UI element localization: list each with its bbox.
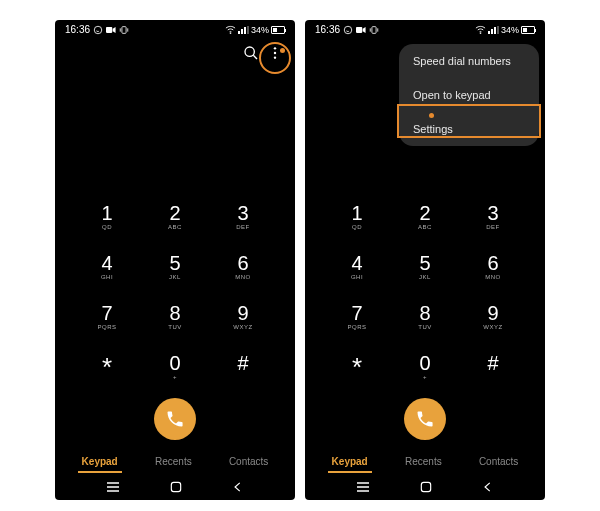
svg-point-3 xyxy=(230,33,231,34)
search-icon[interactable] xyxy=(243,45,259,61)
key-7[interactable]: 7PQRS xyxy=(323,296,391,340)
tab-keypad[interactable]: Keypad xyxy=(78,452,122,473)
dialed-number-area xyxy=(55,66,295,196)
bottom-tabs: Keypad Recents Contacts xyxy=(55,446,295,477)
svg-point-7 xyxy=(274,57,276,59)
key-hash[interactable]: # xyxy=(459,346,527,390)
key-1[interactable]: 1QD xyxy=(73,196,141,240)
key-8[interactable]: 8TUV xyxy=(141,296,209,340)
recents-nav-icon[interactable] xyxy=(355,480,371,494)
overflow-menu: Speed dial numbers Open to keypad Settin… xyxy=(399,44,539,146)
key-4[interactable]: 4GHI xyxy=(73,246,141,290)
signal-icon xyxy=(488,26,499,34)
tab-recents[interactable]: Recents xyxy=(401,452,446,473)
video-icon xyxy=(356,26,366,34)
svg-rect-11 xyxy=(171,483,180,492)
whatsapp-icon xyxy=(93,25,103,35)
svg-point-12 xyxy=(344,26,352,34)
status-time: 16:36 xyxy=(315,24,340,35)
signal-icon xyxy=(238,26,249,34)
wifi-icon xyxy=(225,25,236,34)
key-2[interactable]: 2ABC xyxy=(391,196,459,240)
key-5[interactable]: 5JKL xyxy=(141,246,209,290)
menu-open-keypad[interactable]: Open to keypad xyxy=(399,78,539,112)
battery-icon xyxy=(521,26,535,34)
vibrate-icon xyxy=(369,25,379,35)
keypad: 1QD 2ABC 3DEF 4GHI 5JKL 6MNO 7PQRS 8TUV … xyxy=(305,196,545,390)
more-icon[interactable] xyxy=(267,45,283,61)
home-nav-icon[interactable] xyxy=(169,480,183,494)
recents-nav-icon[interactable] xyxy=(105,480,121,494)
key-5[interactable]: 5JKL xyxy=(391,246,459,290)
key-6[interactable]: 6MNO xyxy=(459,246,527,290)
svg-point-6 xyxy=(274,52,276,54)
battery-pct: 34% xyxy=(251,25,269,35)
wifi-icon xyxy=(475,25,486,34)
key-star[interactable]: * xyxy=(73,346,141,390)
android-nav-bar xyxy=(55,477,295,500)
android-nav-bar xyxy=(305,477,545,500)
key-hash[interactable]: # xyxy=(209,346,277,390)
key-1[interactable]: 1QD xyxy=(323,196,391,240)
key-2[interactable]: 2ABC xyxy=(141,196,209,240)
status-bar: 16:36 34% xyxy=(305,20,545,37)
key-3[interactable]: 3DEF xyxy=(459,196,527,240)
status-bar: 16:36 34% xyxy=(55,20,295,37)
svg-rect-19 xyxy=(421,483,430,492)
whatsapp-icon xyxy=(343,25,353,35)
video-icon xyxy=(106,26,116,34)
svg-point-4 xyxy=(245,47,254,56)
phone-screen-left: 16:36 34% 1 xyxy=(55,20,295,500)
status-time: 16:36 xyxy=(65,24,90,35)
svg-point-0 xyxy=(94,26,102,34)
back-nav-icon[interactable] xyxy=(231,480,245,494)
key-9[interactable]: 9WXYZ xyxy=(459,296,527,340)
battery-pct: 34% xyxy=(501,25,519,35)
menu-settings[interactable]: Settings xyxy=(399,112,539,146)
menu-speed-dial[interactable]: Speed dial numbers xyxy=(399,44,539,78)
back-nav-icon[interactable] xyxy=(481,480,495,494)
svg-rect-14 xyxy=(372,26,376,33)
key-0[interactable]: 0+ xyxy=(141,346,209,390)
home-nav-icon[interactable] xyxy=(419,480,433,494)
key-9[interactable]: 9WXYZ xyxy=(209,296,277,340)
svg-rect-1 xyxy=(106,27,112,33)
key-4[interactable]: 4GHI xyxy=(323,246,391,290)
call-button[interactable] xyxy=(404,398,446,440)
top-actions xyxy=(55,37,295,66)
tab-keypad[interactable]: Keypad xyxy=(328,452,372,473)
vibrate-icon xyxy=(119,25,129,35)
bottom-tabs: Keypad Recents Contacts xyxy=(305,446,545,477)
call-button[interactable] xyxy=(154,398,196,440)
battery-icon xyxy=(271,26,285,34)
keypad: 1QD 2ABC 3DEF 4GHI 5JKL 6MNO 7PQRS 8TUV … xyxy=(55,196,295,390)
svg-point-5 xyxy=(274,48,276,50)
key-star[interactable]: * xyxy=(323,346,391,390)
key-3[interactable]: 3DEF xyxy=(209,196,277,240)
key-6[interactable]: 6MNO xyxy=(209,246,277,290)
tab-contacts[interactable]: Contacts xyxy=(225,452,272,473)
tab-contacts[interactable]: Contacts xyxy=(475,452,522,473)
key-8[interactable]: 8TUV xyxy=(391,296,459,340)
tab-recents[interactable]: Recents xyxy=(151,452,196,473)
svg-rect-13 xyxy=(356,27,362,33)
key-7[interactable]: 7PQRS xyxy=(73,296,141,340)
phone-screen-right: 16:36 34% Speed dial numbers Open to key… xyxy=(305,20,545,500)
svg-point-15 xyxy=(480,33,481,34)
svg-rect-2 xyxy=(122,26,126,33)
key-0[interactable]: 0+ xyxy=(391,346,459,390)
